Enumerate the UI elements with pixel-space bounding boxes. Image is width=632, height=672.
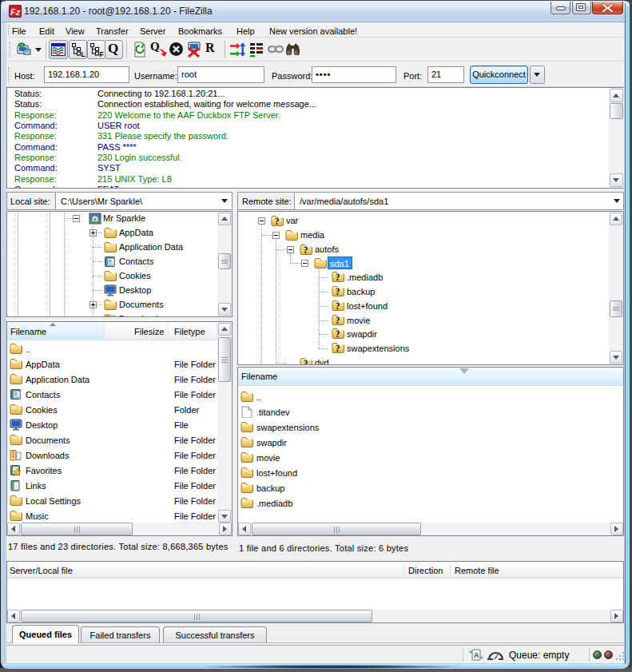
svg-text:F: F <box>100 50 104 58</box>
svg-text:Fz: Fz <box>10 7 21 17</box>
svg-text:A: A <box>474 651 479 659</box>
svg-text:L: L <box>81 50 85 58</box>
